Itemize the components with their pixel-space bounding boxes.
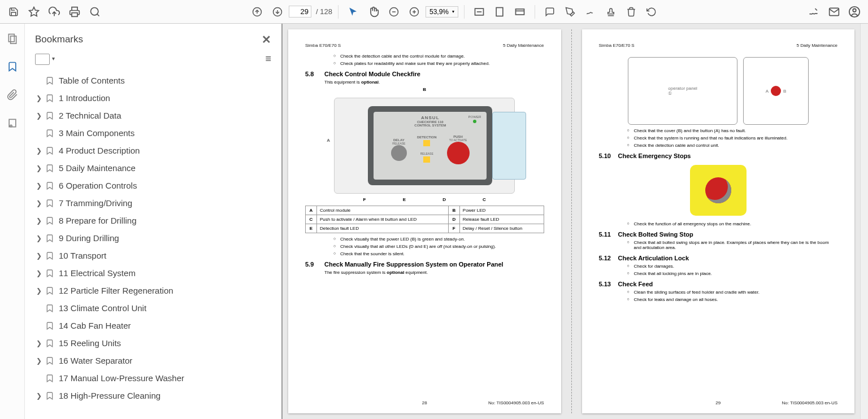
bookmark-item[interactable]: ❯6 Operation Controls: [31, 177, 281, 194]
hand-tool-icon[interactable]: [364, 3, 383, 21]
zoom-out-icon[interactable]: [385, 3, 403, 21]
bookmark-item[interactable]: 3 Main Components: [31, 124, 281, 142]
star-icon[interactable]: [25, 3, 43, 21]
cloud-upload-icon[interactable]: [45, 3, 63, 21]
save-icon[interactable]: [5, 3, 23, 21]
bookmark-item[interactable]: ❯7 Tramming/Driving: [31, 194, 281, 212]
scrollbar[interactable]: [860, 24, 868, 419]
stamp-icon[interactable]: [602, 3, 620, 21]
undo-icon[interactable]: [643, 3, 661, 21]
comment-icon[interactable]: [541, 3, 559, 21]
main-area: Bookmarks ✕ ≡ Table of Contents❯1 Introd…: [0, 24, 868, 419]
operator-panel-figure: operator panel①: [628, 57, 738, 125]
bookmark-item[interactable]: Table of Contents: [31, 72, 281, 89]
svg-rect-1: [72, 12, 77, 16]
zoom-level-select[interactable]: 53,9%▾: [426, 6, 458, 18]
sign-icon[interactable]: [581, 3, 600, 21]
bookmark-item[interactable]: ❯9 During Drilling: [31, 229, 281, 247]
print-icon[interactable]: [66, 3, 84, 21]
bookmark-item[interactable]: 14 Cab Fan Heater: [31, 317, 281, 334]
control-module-figure: A ANSUL CHECKFIRE 110 CONTROL SYSTEM POW…: [334, 98, 515, 194]
svg-rect-22: [10, 36, 16, 43]
bookmark-item[interactable]: ❯5 Daily Maintenance: [31, 159, 281, 177]
svg-rect-15: [496, 7, 503, 16]
signature-icon[interactable]: [805, 3, 823, 21]
svg-rect-21: [8, 34, 14, 42]
layers-icon[interactable]: [3, 114, 21, 132]
thumbnails-icon[interactable]: [3, 29, 21, 47]
bookmarks-panel: Bookmarks ✕ ≡ Table of Contents❯1 Introd…: [25, 24, 283, 419]
bookmark-item[interactable]: ❯12 Particle Filter Regeneration: [31, 282, 281, 299]
highlight-icon[interactable]: [561, 3, 579, 21]
search-icon[interactable]: [86, 3, 104, 21]
bookmark-item[interactable]: 17 Manual Low-Pressure Washer: [31, 369, 281, 387]
main-toolbar: / 128 53,9%▾: [0, 0, 868, 24]
fit-width-icon[interactable]: [470, 3, 488, 21]
bookmark-item[interactable]: ❯10 Transport: [31, 247, 281, 264]
pdf-page-28: Simba E70/E70 S5 Daily Maintenance Check…: [288, 29, 561, 413]
bookmark-item[interactable]: ❯8 Prepare for Drilling: [31, 212, 281, 229]
bookmark-item[interactable]: ❯18 High-Pressure Cleaning: [31, 387, 281, 404]
profile-icon[interactable]: [845, 3, 863, 21]
prev-page-icon[interactable]: [248, 3, 266, 21]
bookmark-item[interactable]: ❯1 Introduction: [31, 89, 281, 107]
email-icon[interactable]: [825, 3, 843, 21]
nav-rail: [0, 24, 25, 419]
bookmark-menu-button[interactable]: ≡: [265, 53, 271, 65]
pointer-tool-icon[interactable]: [344, 3, 362, 21]
zoom-in-icon[interactable]: [405, 3, 423, 21]
bookmark-options-button[interactable]: [35, 54, 50, 65]
bookmarks-icon[interactable]: [3, 58, 21, 76]
close-panel-button[interactable]: ✕: [262, 33, 271, 46]
bookmark-item[interactable]: ❯4 Product Description: [31, 142, 281, 159]
emergency-stop-figure: [690, 165, 747, 216]
document-viewer[interactable]: Simba E70/E70 S5 Daily Maintenance Check…: [283, 24, 860, 419]
page-total-label: / 128: [316, 7, 332, 16]
delete-icon[interactable]: [622, 3, 640, 21]
svg-point-2: [91, 7, 98, 15]
svg-point-20: [853, 8, 856, 12]
page-number-input[interactable]: [289, 6, 311, 18]
bookmark-item[interactable]: ❯15 Reeling Units: [31, 334, 281, 352]
bookmark-item[interactable]: ❯11 Electrical System: [31, 264, 281, 282]
read-mode-icon[interactable]: [511, 3, 529, 21]
bookmark-item[interactable]: ❯16 Water Separator: [31, 352, 281, 369]
bookmark-list: Table of Contents❯1 Introduction❯2 Techn…: [25, 72, 281, 419]
svg-line-3: [97, 14, 99, 16]
button-detail-figure: AB: [743, 57, 808, 125]
svg-rect-16: [515, 9, 524, 15]
pdf-page-29: Simba E70/E70 S5 Daily Maintenance opera…: [582, 29, 855, 413]
next-page-icon[interactable]: [268, 3, 287, 21]
attachments-icon[interactable]: [3, 86, 21, 104]
svg-point-24: [10, 125, 11, 126]
bookmark-item[interactable]: ❯2 Technical Data: [31, 107, 281, 124]
panel-title: Bookmarks: [35, 34, 83, 45]
fit-page-icon[interactable]: [491, 3, 509, 21]
bookmark-item[interactable]: 13 Climate Control Unit: [31, 299, 281, 317]
svg-marker-0: [29, 7, 39, 16]
